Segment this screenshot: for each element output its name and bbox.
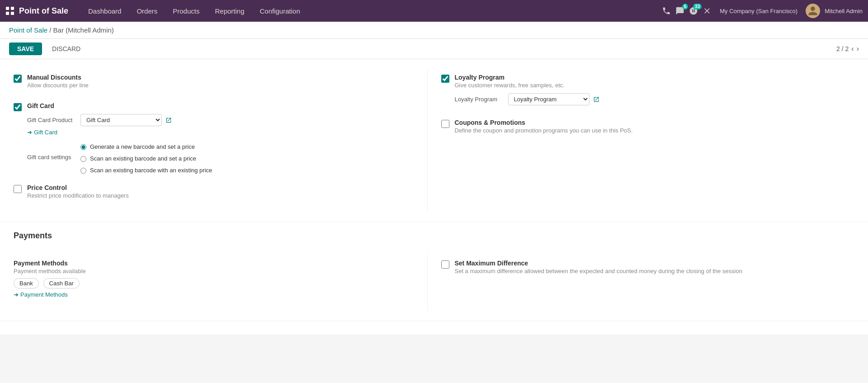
max-difference-setting: Set Maximum Difference Set a maximum dif… <box>441 260 846 274</box>
payments-heading: Payments <box>0 222 868 245</box>
coupons-promotions-setting: Coupons & Promotions Define the coupon a… <box>441 119 846 134</box>
gift-card-link-label: Gift Card <box>34 129 57 136</box>
username-label[interactable]: Mitchell Admin <box>825 8 863 14</box>
payment-methods-content: Payment Methods Payment methods availabl… <box>14 260 418 298</box>
payment-methods-col: Payment Methods Payment methods availabl… <box>14 254 427 312</box>
gift-card-setting: Gift Card Gift Card Product Gift Card <box>14 102 418 175</box>
menu-products[interactable]: Products <box>166 5 206 18</box>
tag-cash-bar[interactable]: Cash Bar <box>43 278 80 288</box>
pagination-text: 2 / 2 <box>836 45 849 52</box>
right-col: Loyalty Program Give customer rewards, f… <box>427 68 855 213</box>
gift-card-settings-row: Gift card settings Generate a new barcod… <box>27 139 418 175</box>
price-control-checkbox[interactable] <box>14 185 22 193</box>
radio-generate[interactable] <box>80 144 86 150</box>
main-content: Manual Discounts Allow discounts per lin… <box>0 59 868 382</box>
left-col: Manual Discounts Allow discounts per lin… <box>14 68 427 213</box>
discounts-row: Manual Discounts Allow discounts per lin… <box>14 68 854 213</box>
activity-icon[interactable]: 33 <box>689 6 698 15</box>
company-name[interactable]: My Company (San Francisco) <box>720 8 797 14</box>
manual-discounts-checkbox[interactable] <box>14 75 22 83</box>
user-avatar[interactable] <box>806 4 820 18</box>
pagination-next[interactable]: › <box>857 45 859 53</box>
breadcrumb-sep: / <box>49 26 53 34</box>
payments-section: Payment Methods Payment methods availabl… <box>0 245 868 321</box>
menu-reporting[interactable]: Reporting <box>208 5 250 18</box>
payment-methods-label: Payment Methods <box>14 260 418 267</box>
menu-configuration[interactable]: Configuration <box>254 5 307 18</box>
max-difference-checkbox[interactable] <box>441 260 449 269</box>
settings-page: Manual Discounts Allow discounts per lin… <box>0 59 868 335</box>
radio-scan-existing-label: Scan an existing barcode with an existin… <box>90 166 212 175</box>
loyalty-program-field-row: Loyalty Program Loyalty Program <box>455 93 846 105</box>
pagination: 2 / 2 ‹ › <box>836 45 859 53</box>
gift-card-product-select[interactable]: Gift Card <box>80 114 162 126</box>
discounts-section: Manual Discounts Allow discounts per lin… <box>0 59 868 222</box>
discard-button[interactable]: DISCARD <box>46 43 87 55</box>
radio-item-0: Generate a new barcode and set a price <box>80 143 212 151</box>
phone-icon[interactable] <box>662 6 671 15</box>
gift-card-product-label: Gift Card Product <box>27 117 77 123</box>
price-control-content: Price Control Restrict price modificatio… <box>27 184 418 199</box>
tag-bank[interactable]: Bank <box>14 278 39 288</box>
menu-dashboard[interactable]: Dashboard <box>82 5 127 18</box>
activity-badge: 33 <box>693 4 702 9</box>
svg-rect-3 <box>11 12 14 15</box>
payment-methods-setting: Payment Methods Payment methods availabl… <box>14 260 418 298</box>
manual-discounts-label: Manual Discounts <box>27 74 418 81</box>
loyalty-program-content: Loyalty Program Give customer rewards, f… <box>455 74 846 105</box>
gift-card-label: Gift Card <box>27 102 418 109</box>
breadcrumb-parent[interactable]: Point of Sale <box>9 26 47 34</box>
svg-rect-0 <box>6 7 9 10</box>
gift-card-product-row: Gift Card Product Gift Card <box>27 114 418 126</box>
breadcrumb-current: Bar (Mitchell Admin) <box>53 26 114 34</box>
loyalty-program-field-label: Loyalty Program <box>455 96 505 103</box>
radio-item-2: Scan an existing barcode with an existin… <box>80 166 212 175</box>
app-title: Point of Sale <box>19 6 68 16</box>
topnav-right-section: 6 33 My Company (San Francisco) Mitchell… <box>662 4 863 18</box>
gift-card-radio-options: Generate a new barcode and set a price S… <box>80 139 212 175</box>
gift-card-arrow-link[interactable]: ➜ Gift Card <box>27 129 57 136</box>
max-difference-col: Set Maximum Difference Set a maximum dif… <box>427 254 855 312</box>
price-control-setting: Price Control Restrict price modificatio… <box>14 184 418 199</box>
coupons-promotions-desc: Define the coupon and promotion programs… <box>455 127 846 134</box>
gift-card-subsetting: Gift Card Product Gift Card ➜ <box>27 114 418 175</box>
max-difference-desc: Set a maximum difference allowed between… <box>455 268 846 274</box>
price-control-desc: Restrict price modification to managers <box>27 192 418 199</box>
close-icon[interactable] <box>703 6 712 15</box>
svg-rect-1 <box>11 7 14 10</box>
gift-card-product-external-link[interactable] <box>165 117 172 123</box>
menu-orders[interactable]: Orders <box>130 5 164 18</box>
action-bar: SAVE DISCARD 2 / 2 ‹ › <box>0 39 868 59</box>
loyalty-program-select[interactable]: Loyalty Program <box>508 93 590 105</box>
loyalty-program-desc: Give customer rewards, free samples, etc… <box>455 82 846 89</box>
breadcrumb: Point of Sale / Bar (Mitchell Admin) <box>0 22 868 39</box>
radio-scan-set[interactable] <box>80 156 86 162</box>
messages-icon[interactable]: 6 <box>675 6 684 15</box>
max-difference-label: Set Maximum Difference <box>455 260 846 267</box>
pagination-prev[interactable]: ‹ <box>851 45 854 53</box>
radio-generate-label: Generate a new barcode and set a price <box>90 143 195 151</box>
payment-methods-link[interactable]: ➜ Payment Methods <box>14 291 68 298</box>
gift-card-checkbox[interactable] <box>14 103 22 111</box>
gift-card-settings-group: Gift card settings Generate a new barcod… <box>27 139 418 175</box>
grid-menu-icon[interactable] <box>5 6 14 15</box>
svg-rect-2 <box>6 12 9 15</box>
loyalty-program-setting: Loyalty Program Give customer rewards, f… <box>441 74 846 105</box>
save-button[interactable]: SAVE <box>9 43 42 55</box>
top-navigation: Point of Sale Dashboard Orders Products … <box>0 0 868 22</box>
payment-methods-desc: Payment methods available <box>14 268 418 274</box>
gift-card-content: Gift Card Gift Card Product Gift Card <box>27 102 418 175</box>
loyalty-program-external-link[interactable] <box>593 96 599 103</box>
loyalty-program-checkbox[interactable] <box>441 75 449 83</box>
payment-methods-tags: Bank Cash Bar <box>14 278 418 288</box>
loyalty-program-label: Loyalty Program <box>455 74 846 81</box>
coupons-promotions-checkbox[interactable] <box>441 120 449 128</box>
max-difference-content: Set Maximum Difference Set a maximum dif… <box>455 260 846 274</box>
manual-discounts-setting: Manual Discounts Allow discounts per lin… <box>14 74 418 89</box>
payment-methods-link-label: Payment Methods <box>20 291 68 298</box>
coupons-promotions-content: Coupons & Promotions Define the coupon a… <box>455 119 846 134</box>
price-control-label: Price Control <box>27 184 418 191</box>
manual-discounts-desc: Allow discounts per line <box>27 82 418 89</box>
radio-scan-existing[interactable] <box>80 168 86 174</box>
messages-badge: 6 <box>682 4 689 9</box>
